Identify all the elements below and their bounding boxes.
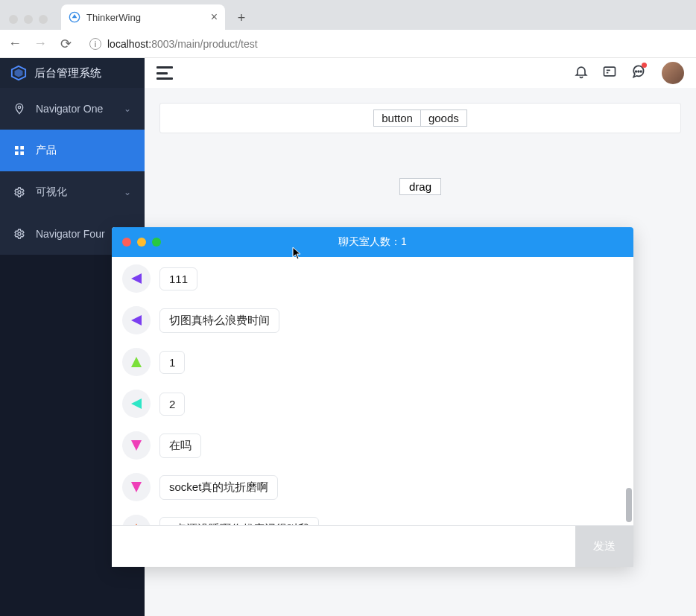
svg-rect-10 xyxy=(604,67,616,76)
message-bubble: 1 xyxy=(159,351,185,374)
grid-icon xyxy=(13,145,25,156)
button-group-panel: button goods xyxy=(159,103,681,133)
chevron-down-icon: ⌄ xyxy=(124,187,131,197)
chat-message: 6点还没睡啊你起床记得叫我 xyxy=(122,515,623,525)
chat-bubble-icon[interactable] xyxy=(630,64,645,82)
message-card-icon[interactable] xyxy=(602,64,617,82)
gear-icon xyxy=(13,228,25,240)
site-info-icon[interactable]: i xyxy=(89,38,101,50)
chat-title: 聊天室人数：1 xyxy=(338,235,407,249)
sidebar-item-visualization[interactable]: 可视化 ⌄ xyxy=(0,171,145,213)
drag-button[interactable]: drag xyxy=(399,178,441,195)
svg-point-14 xyxy=(638,71,639,72)
chat-minimize-icon[interactable] xyxy=(137,238,146,247)
svg-point-8 xyxy=(18,191,21,194)
message-avatar-icon xyxy=(122,515,151,525)
scrollbar-thumb[interactable] xyxy=(626,488,632,522)
svg-marker-21 xyxy=(131,482,142,492)
chevron-down-icon: ⌄ xyxy=(124,104,131,114)
chat-input-row: 发送 xyxy=(112,525,633,567)
browser-tab[interactable]: ThinkerWing × xyxy=(61,4,225,30)
chat-messages[interactable]: 111切图真特么浪费时间12在吗socket真的坑折磨啊6点还没睡啊你起床记得叫… xyxy=(112,257,633,525)
sidebar-item-label: 产品 xyxy=(36,144,57,157)
message-avatar-icon xyxy=(122,306,151,334)
notification-dot xyxy=(642,63,647,68)
sidebar-item-product[interactable]: 产品 xyxy=(0,130,145,171)
nav-reload-icon[interactable]: ⟳ xyxy=(58,36,73,52)
tab-favicon-icon xyxy=(69,11,80,23)
send-button[interactable]: 发送 xyxy=(575,526,633,567)
message-bubble: 在吗 xyxy=(159,434,201,458)
tab-bar: ThinkerWing × + xyxy=(0,0,696,30)
window-traffic-lights xyxy=(9,15,48,24)
chat-message: 1 xyxy=(122,348,623,376)
tab-title: ThinkerWing xyxy=(86,12,141,23)
user-avatar[interactable] xyxy=(662,62,684,84)
tab-close-icon[interactable]: × xyxy=(211,11,218,23)
message-bubble: 6点还没睡啊你起床记得叫我 xyxy=(159,517,319,526)
button-button[interactable]: button xyxy=(373,109,421,127)
app-logo-icon xyxy=(10,65,27,81)
topbar xyxy=(145,58,696,88)
nav-back-icon[interactable]: ← xyxy=(7,36,22,51)
svg-point-9 xyxy=(18,232,21,235)
svg-marker-22 xyxy=(131,524,142,525)
svg-marker-16 xyxy=(131,273,142,284)
message-avatar-icon xyxy=(122,431,151,460)
sidebar-item-label: Navigator Four xyxy=(36,228,105,240)
address-row: ← → ⟳ i localhost:8003/main/product/test xyxy=(0,30,696,58)
address-url: localhost:8003/main/product/test xyxy=(107,38,258,50)
traffic-close[interactable] xyxy=(9,15,18,24)
browser-chrome: ThinkerWing × + ← → ⟳ i localhost:8003/m… xyxy=(0,0,696,58)
chat-message: 111 xyxy=(122,264,623,293)
chat-message: socket真的坑折磨啊 xyxy=(122,473,623,501)
svg-marker-18 xyxy=(131,357,142,367)
message-avatar-icon xyxy=(122,390,151,418)
goods-button[interactable]: goods xyxy=(420,109,467,127)
svg-rect-5 xyxy=(20,146,24,150)
page-content: button goods drag xyxy=(145,88,696,210)
message-bubble: 2 xyxy=(159,393,185,416)
svg-point-15 xyxy=(640,71,642,72)
svg-rect-4 xyxy=(15,146,19,150)
chat-message: 切图真特么浪费时间 xyxy=(122,306,623,334)
nav-forward-icon[interactable]: → xyxy=(33,36,48,51)
sidebar-item-label: 可视化 xyxy=(36,185,67,199)
gear-icon xyxy=(13,186,25,198)
svg-rect-6 xyxy=(15,151,19,155)
svg-marker-20 xyxy=(131,440,142,451)
svg-rect-7 xyxy=(20,151,24,155)
message-avatar-icon xyxy=(122,264,151,293)
location-icon xyxy=(13,103,25,115)
message-avatar-icon xyxy=(122,473,151,501)
traffic-zoom[interactable] xyxy=(39,15,48,24)
drag-area: drag xyxy=(159,178,681,195)
chat-header[interactable]: 聊天室人数：1 xyxy=(112,227,633,257)
svg-marker-19 xyxy=(131,399,142,409)
message-bubble: socket真的坑折磨啊 xyxy=(159,475,278,500)
chat-window[interactable]: 聊天室人数：1 111切图真特么浪费时间12在吗socket真的坑折磨啊6点还没… xyxy=(112,227,633,567)
chat-window-controls xyxy=(122,238,161,247)
message-avatar-icon xyxy=(122,348,151,376)
chat-close-icon[interactable] xyxy=(122,238,131,247)
svg-marker-17 xyxy=(131,315,142,326)
app-title: 后台管理系统 xyxy=(34,66,101,80)
chat-message: 在吗 xyxy=(122,431,623,460)
chat-zoom-icon[interactable] xyxy=(152,238,161,247)
sidebar-item-navigator-one[interactable]: Navigator One ⌄ xyxy=(0,88,145,130)
notification-bell-icon[interactable] xyxy=(574,64,589,82)
message-bubble: 111 xyxy=(159,267,197,290)
menu-toggle-icon[interactable] xyxy=(156,66,173,80)
svg-point-3 xyxy=(18,106,20,108)
message-bubble: 切图真特么浪费时间 xyxy=(159,308,279,333)
sidebar-header: 后台管理系统 xyxy=(0,58,145,88)
svg-marker-2 xyxy=(15,69,23,77)
new-tab-button[interactable]: + xyxy=(232,9,250,27)
chat-input[interactable] xyxy=(112,526,575,567)
svg-point-13 xyxy=(636,71,637,72)
traffic-minimize[interactable] xyxy=(24,15,33,24)
sidebar-item-label: Navigator One xyxy=(36,103,103,115)
address-bar[interactable]: i localhost:8003/main/product/test xyxy=(83,35,689,53)
chat-message: 2 xyxy=(122,390,623,418)
